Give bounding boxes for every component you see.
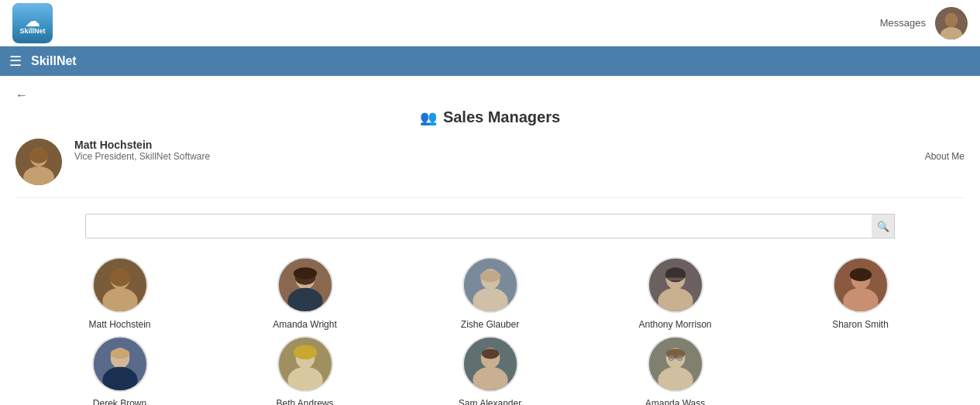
user-avatar-top[interactable]: [935, 7, 968, 39]
svg-point-41: [481, 348, 499, 359]
person-card-sam[interactable]: Sam Alexander: [401, 336, 579, 405]
person-name-matt: Matt Hochstein: [88, 319, 150, 330]
person-card-derek[interactable]: Derek Brown: [31, 336, 208, 405]
messages-label[interactable]: Messages: [880, 17, 926, 29]
nav-title: SkillNet: [31, 54, 77, 68]
back-button[interactable]: ←: [15, 88, 28, 101]
page-title-row: 👥 Sales Managers: [15, 108, 965, 126]
person-name-beth: Beth Andrews: [276, 398, 333, 405]
top-bar: ☁ SkillNet Messages: [0, 0, 980, 46]
search-button[interactable]: 🔍: [872, 214, 895, 239]
svg-point-37: [293, 345, 316, 359]
back-row: ←: [15, 88, 965, 102]
person-name-derek: Derek Brown: [93, 398, 146, 405]
logo-area: ☁ SkillNet: [12, 3, 53, 43]
skillnet-logo: ☁ SkillNet: [12, 3, 53, 43]
hamburger-icon[interactable]: ☰: [9, 53, 22, 70]
person-card-zishe[interactable]: Zishe Glauber: [401, 257, 579, 330]
person-name-zishe: Zishe Glauber: [461, 319, 519, 330]
person-avatar-beth: [277, 336, 333, 392]
person-avatar-amanda-w: [277, 257, 333, 313]
person-avatar-zishe: [462, 257, 518, 313]
person-card-sharon[interactable]: Sharon Smith: [772, 257, 949, 330]
person-card-anthony[interactable]: Anthony Morrison: [586, 257, 764, 330]
profile-name: Matt Hochstein: [74, 139, 925, 151]
person-avatar-matt: [92, 257, 148, 313]
person-avatar-sharon: [833, 257, 889, 313]
person-card-matt[interactable]: Matt Hochstein: [31, 257, 208, 330]
person-card-amanda-w[interactable]: Amanda Wright: [216, 257, 394, 330]
search-input[interactable]: [85, 214, 895, 239]
person-name-amanda-wass: Amanda Wass: [645, 398, 706, 405]
profile-job-title: Vice President, SkillNet Software: [74, 151, 925, 162]
svg-point-16: [293, 267, 316, 279]
svg-point-7: [29, 148, 48, 163]
person-avatar-derek: [92, 336, 148, 392]
person-avatar-amanda-wass: [648, 336, 703, 392]
person-avatar-sam: [462, 336, 518, 392]
person-card-amanda-wass[interactable]: Amanda Wass: [586, 336, 764, 405]
svg-point-33: [110, 348, 129, 359]
profile-info: Matt Hochstein Vice President, SkillNet …: [74, 139, 925, 162]
person-name-sharon: Sharon Smith: [832, 319, 889, 330]
svg-point-11: [109, 269, 129, 287]
svg-rect-25: [665, 278, 685, 281]
svg-point-3: [945, 13, 958, 27]
page-title: Sales Managers: [443, 108, 560, 126]
top-right-area: Messages: [880, 7, 968, 39]
about-me-label[interactable]: About Me: [925, 151, 965, 162]
people-grid-row2: Derek Brown Beth Andrews: [15, 336, 965, 405]
nav-bar: ☰ SkillNet: [0, 46, 980, 76]
empty-cell: [772, 336, 949, 405]
people-grid-row1: Matt Hochstein Amanda Wright: [15, 257, 965, 330]
people-icon: 👥: [420, 109, 437, 126]
profile-avatar: [15, 139, 62, 185]
person-name-sam: Sam Alexander: [459, 398, 521, 405]
svg-point-20: [480, 270, 500, 282]
person-name-amanda-w: Amanda Wright: [273, 319, 336, 330]
main-content: ← 👥 Sales Managers Matt Hochstein Vice P…: [0, 76, 980, 405]
person-avatar-anthony: [648, 257, 703, 313]
person-name-anthony: Anthony Morrison: [638, 319, 711, 330]
profile-section: Matt Hochstein Vice President, SkillNet …: [15, 139, 965, 198]
search-container: 🔍: [85, 214, 895, 239]
svg-point-29: [849, 268, 871, 281]
person-card-beth[interactable]: Beth Andrews: [216, 336, 394, 405]
